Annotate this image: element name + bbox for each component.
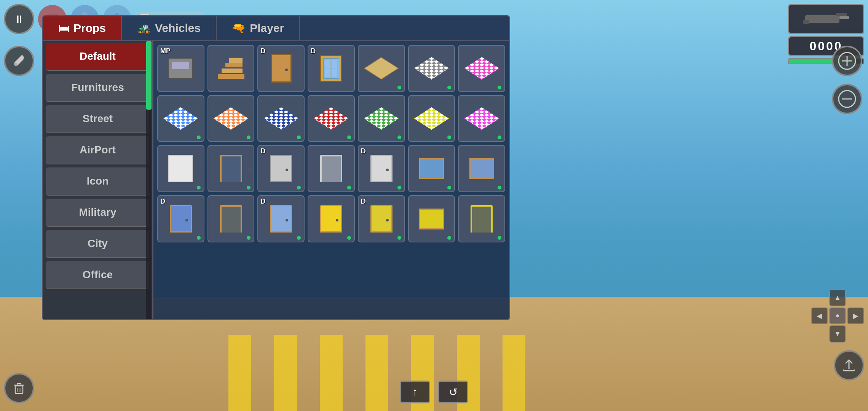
- item-visual-6: [463, 50, 500, 87]
- dpad-empty-4: [847, 325, 864, 342]
- sidebar-scrollthumb[interactable]: [146, 41, 152, 110]
- grid-dot-18: [397, 186, 401, 190]
- grid-item-24[interactable]: [308, 195, 355, 242]
- dpad-left[interactable]: ◀: [811, 307, 828, 325]
- recycle-button[interactable]: ↺: [438, 381, 468, 403]
- grid-item-3[interactable]: D: [308, 45, 355, 92]
- grid-item-7[interactable]: [157, 95, 204, 142]
- grid-item-18[interactable]: D: [358, 145, 405, 192]
- pause-button[interactable]: ⏸: [4, 4, 34, 34]
- item-visual-0: [163, 50, 199, 87]
- dpad-down[interactable]: ▼: [829, 325, 846, 342]
- svg-rect-13: [225, 63, 243, 67]
- sidebar-item-default[interactable]: Default: [46, 43, 149, 71]
- grid-item-15[interactable]: [207, 145, 255, 192]
- grid-dot-7: [197, 135, 201, 139]
- grid-area: MP: [153, 41, 509, 319]
- grid-item-14[interactable]: [157, 145, 204, 192]
- grid-item-6[interactable]: [458, 45, 505, 92]
- item-badge-18: D: [361, 147, 366, 155]
- grid-dot-13: [498, 135, 501, 139]
- grid-item-20[interactable]: [458, 145, 505, 192]
- grid-item-1[interactable]: [207, 45, 255, 92]
- grid-item-2[interactable]: D: [257, 45, 305, 92]
- bottom-left-controls: [4, 373, 34, 403]
- sidebar-item-city[interactable]: City: [46, 230, 149, 258]
- items-grid: MP: [157, 45, 505, 242]
- grid-item-17[interactable]: [308, 145, 355, 192]
- dpad-empty-1: [811, 289, 828, 306]
- svg-rect-17: [803, 20, 809, 24]
- zoom-in-button[interactable]: [832, 46, 862, 76]
- upload-button[interactable]: [834, 350, 864, 381]
- tab-vehicles-label: Vehicles: [155, 22, 201, 35]
- item-badge-23: D: [260, 198, 265, 206]
- content-area: Default Furnitures Street AirPort Icon M…: [43, 41, 509, 319]
- grid-dot-8: [247, 135, 251, 139]
- sidebar-item-military[interactable]: Military: [46, 199, 149, 227]
- item-visual-26: [413, 201, 450, 237]
- item-visual-27: [463, 201, 500, 237]
- grid-dot-6: [498, 86, 501, 89]
- scroll-up-button[interactable]: ↑: [400, 381, 430, 403]
- item-visual-7: [163, 100, 199, 137]
- dpad-right[interactable]: ▶: [847, 307, 864, 325]
- item-badge-16: D: [260, 147, 265, 155]
- grid-dot-23: [297, 236, 301, 240]
- item-visual-24: [313, 201, 349, 237]
- item-badge-2: D: [260, 47, 265, 55]
- item-visual-22: [213, 201, 249, 237]
- dpad-center[interactable]: ●: [829, 307, 846, 325]
- grid-item-8[interactable]: [207, 95, 255, 142]
- sidebar-item-office[interactable]: Office: [46, 261, 149, 289]
- grid-dot-24: [347, 236, 351, 240]
- grid-item-9[interactable]: [257, 95, 305, 142]
- grid-item-0[interactable]: MP: [157, 45, 204, 92]
- grid-item-25[interactable]: D: [358, 195, 405, 242]
- sidebar-item-airport[interactable]: AirPort: [46, 136, 149, 164]
- item-visual-9: [263, 100, 299, 137]
- item-visual-15: [213, 150, 249, 187]
- grid-dot-19: [447, 186, 451, 190]
- sidebar-item-furnitures[interactable]: Furnitures: [46, 74, 149, 102]
- grid-item-10[interactable]: [308, 95, 355, 142]
- svg-rect-11: [218, 74, 244, 79]
- tab-bar: 🛏 Props 🚜 Vehicles 🔫 Player: [43, 16, 509, 41]
- grid-dot-16: [297, 186, 301, 190]
- item-visual-2: [263, 50, 299, 87]
- grid-item-16[interactable]: D: [257, 145, 305, 192]
- grid-item-11[interactable]: [358, 95, 405, 142]
- grid-item-13[interactable]: [458, 95, 505, 142]
- grid-item-21[interactable]: D: [157, 195, 204, 242]
- grid-item-23[interactable]: D: [257, 195, 305, 242]
- wrench-button[interactable]: [4, 46, 34, 76]
- svg-rect-18: [839, 16, 849, 19]
- item-visual-14: [163, 150, 199, 187]
- grid-item-5[interactable]: [408, 45, 455, 92]
- sidebar-item-street[interactable]: Street: [46, 105, 149, 133]
- tab-props[interactable]: 🛏 Props: [43, 16, 122, 40]
- tab-vehicles[interactable]: 🚜 Vehicles: [122, 16, 217, 40]
- item-visual-12: [413, 100, 450, 137]
- grid-item-22[interactable]: [207, 195, 255, 242]
- sidebar-item-icon[interactable]: Icon: [46, 167, 149, 196]
- tab-player[interactable]: 🔫 Player: [217, 16, 300, 40]
- grid-item-19[interactable]: [408, 145, 455, 192]
- zoom-out-button[interactable]: [832, 84, 862, 114]
- dpad-up[interactable]: ▲: [829, 289, 846, 306]
- grid-item-12[interactable]: [408, 95, 455, 142]
- item-visual-21: [163, 201, 199, 237]
- grid-item-27[interactable]: [458, 195, 505, 242]
- item-visual-17: [313, 150, 349, 187]
- grid-item-4[interactable]: [358, 45, 405, 92]
- item-visual-8: [213, 100, 249, 137]
- right-controls: [832, 46, 862, 114]
- item-visual-11: [363, 100, 400, 137]
- delete-button[interactable]: [4, 373, 34, 403]
- grid-item-26[interactable]: [408, 195, 455, 242]
- grid-dot-25: [397, 236, 401, 240]
- item-visual-16: [263, 150, 299, 187]
- grid-dot-20: [498, 186, 501, 190]
- grid-dot-4: [397, 86, 401, 89]
- dpad-empty-3: [811, 325, 828, 342]
